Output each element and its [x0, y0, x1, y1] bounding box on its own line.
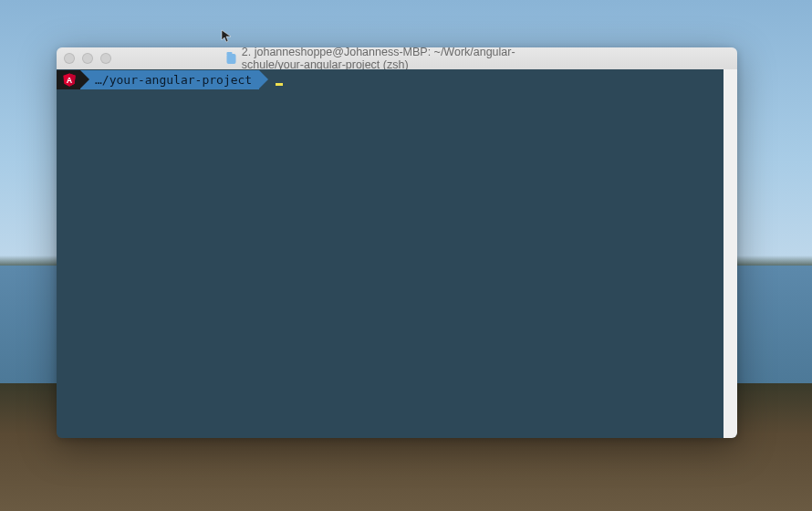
- angular-icon: A: [62, 72, 77, 88]
- terminal-window: 2. johanneshoppe@Johanness-MBP: ~/Work/a…: [57, 47, 737, 438]
- maximize-button[interactable]: [100, 53, 111, 64]
- mouse-cursor-icon: [221, 29, 235, 44]
- prompt-segment-icon: A: [57, 70, 80, 89]
- terminal-content[interactable]: A …/your-angular-project: [57, 69, 737, 438]
- folder-icon: [227, 54, 236, 64]
- scrollbar[interactable]: [724, 69, 737, 438]
- prompt-path-text: …/your-angular-project: [95, 71, 252, 89]
- window-controls: [64, 53, 111, 64]
- minimize-button[interactable]: [82, 53, 93, 64]
- prompt-line: A …/your-angular-project: [57, 69, 737, 89]
- prompt-segment-path: …/your-angular-project: [80, 70, 259, 89]
- terminal-cursor: [276, 83, 283, 86]
- svg-text:A: A: [67, 76, 73, 85]
- close-button[interactable]: [64, 53, 75, 64]
- window-title: 2. johanneshoppe@Johanness-MBP: ~/Work/a…: [227, 47, 567, 71]
- window-titlebar[interactable]: 2. johanneshoppe@Johanness-MBP: ~/Work/a…: [57, 47, 737, 69]
- window-title-text: 2. johanneshoppe@Johanness-MBP: ~/Work/a…: [242, 47, 567, 71]
